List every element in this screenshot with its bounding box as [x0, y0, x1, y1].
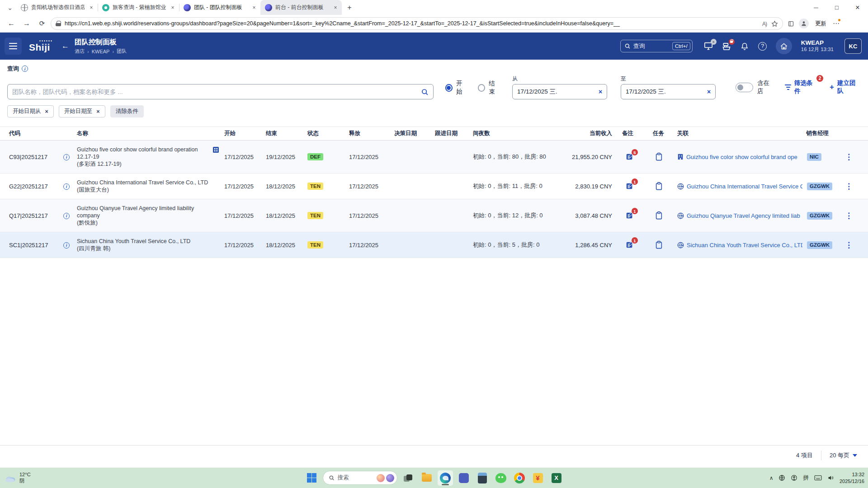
to-date-input[interactable]: 17/12/2025 三. [621, 84, 716, 99]
table-row[interactable]: Q17|20251217 Guizhou Qianyue Travel Agen… [0, 199, 868, 232]
excel-icon[interactable] [549, 470, 564, 486]
browser-tab-active[interactable]: 团队 - 团队控制面板 [179, 0, 260, 15]
group-code[interactable]: G22|20251217 [7, 178, 61, 195]
breadcrumb-property[interactable]: KWEAP [92, 49, 110, 54]
ime-pinyin-indicator[interactable]: 拼 [803, 474, 809, 482]
tray-chevron-up-icon[interactable] [769, 475, 774, 481]
chip-start-date-from[interactable]: 开始日期从 [7, 105, 54, 117]
browser-tab-4[interactable]: 前台 - 前台控制面板 [260, 0, 342, 15]
browser-update-button[interactable]: 更新 [813, 19, 828, 29]
col-name[interactable]: 名称 [76, 130, 220, 137]
col-start[interactable]: 开始 [220, 130, 261, 137]
col-sales-manager[interactable]: 销售经理 [802, 130, 839, 137]
col-decision-date[interactable]: 决策日期 [390, 130, 430, 137]
tab-close-icon[interactable] [88, 4, 95, 11]
back-arrow-icon[interactable] [61, 42, 69, 51]
browser-tab-2[interactable]: 旅客查询 - 紫楠旅馆业治安信息管 [98, 0, 179, 15]
file-explorer-icon[interactable] [419, 470, 434, 486]
to-date-clear-icon[interactable] [707, 88, 711, 95]
linked-profile-link[interactable]: Sichuan China Youth Travel Service Co., … [687, 242, 802, 249]
help-icon[interactable] [758, 41, 768, 51]
start-button[interactable] [304, 470, 320, 486]
notifications-bell-icon[interactable] [740, 41, 750, 51]
col-end[interactable]: 结束 [261, 130, 303, 137]
read-aloud-icon[interactable] [762, 19, 767, 28]
calculator-icon[interactable] [475, 470, 490, 486]
create-group-button[interactable]: 建立团队 [830, 79, 861, 95]
edge-icon[interactable] [438, 470, 453, 486]
tab-close-icon[interactable] [169, 4, 176, 11]
taskbar-clock[interactable]: 13:32 2025/12/16 [840, 471, 864, 484]
block-icon[interactable] [213, 147, 219, 153]
tab-close-icon[interactable] [332, 4, 339, 11]
row-menu-icon[interactable] [845, 182, 853, 191]
finance-icon[interactable] [530, 470, 546, 486]
group-code[interactable]: SC1|20251217 [7, 236, 61, 254]
group-code[interactable]: Q17|20251217 [7, 207, 61, 225]
browser-tab-1[interactable]: 贵阳机场智选假日酒店系统网址与 [16, 0, 98, 15]
page-size-select[interactable]: 20 每页 [830, 451, 857, 460]
col-release[interactable]: 释放 [344, 130, 390, 137]
property-block[interactable]: KWEAP 16 12月 13:31 [801, 39, 834, 53]
breadcrumb-hotel[interactable]: 酒店 [75, 48, 85, 55]
col-room-nights[interactable]: 间夜数 [471, 130, 563, 137]
close-window-icon[interactable] [847, 0, 868, 15]
chrome-icon[interactable] [512, 470, 527, 486]
tab-search-icon[interactable] [4, 2, 16, 13]
col-linked[interactable]: 关联 [673, 130, 802, 137]
new-tab-icon[interactable] [344, 2, 355, 14]
tab-close-icon[interactable] [250, 4, 258, 11]
filter-conditions-button[interactable]: 筛选条件 2 [785, 79, 818, 95]
clear-filters-chip[interactable]: 清除条件 [110, 105, 144, 117]
tasks-clipboard-icon[interactable] [656, 211, 662, 220]
secure-lock-icon[interactable] [56, 21, 61, 26]
group-code[interactable]: C93|20251217 [7, 148, 61, 166]
row-menu-icon[interactable] [845, 211, 853, 221]
menu-hamburger-icon[interactable] [5, 38, 22, 55]
notes-icon[interactable]: 5 [626, 153, 634, 161]
global-search-input[interactable]: 查询 Ctrl+/ [620, 40, 693, 52]
taskbar-search[interactable]: 搜索 [323, 471, 397, 485]
tasks-clipboard-icon[interactable] [656, 153, 662, 161]
home-icon[interactable] [776, 38, 792, 54]
radio-end[interactable]: 结束 [478, 80, 500, 96]
user-avatar[interactable]: KC [844, 38, 862, 54]
info-icon[interactable] [63, 242, 70, 249]
col-status[interactable]: 状态 [303, 130, 344, 137]
reload-icon[interactable] [35, 17, 49, 30]
info-icon[interactable] [63, 213, 70, 219]
linked-profile-link[interactable]: Guizhou Qianyue Travel Agency limited li… [687, 212, 800, 219]
notes-icon[interactable]: 1 [626, 182, 634, 190]
notes-icon[interactable]: 1 [626, 241, 634, 249]
tasks-clipboard-icon[interactable] [656, 182, 662, 190]
keyboard-icon[interactable] [814, 475, 822, 481]
from-date-clear-icon[interactable] [599, 88, 602, 95]
linked-profile-link[interactable]: Guizhou five color show colorful brand o… [686, 154, 797, 160]
info-icon[interactable] [63, 154, 70, 160]
breadcrumb-section[interactable]: 团队 [117, 48, 127, 55]
tasks-clipboard-icon[interactable] [656, 241, 662, 249]
network-icon[interactable] [778, 474, 785, 481]
chip-start-date-to[interactable]: 开始日期至 [59, 105, 105, 117]
include-inhouse-toggle[interactable] [736, 83, 753, 92]
chip-remove-icon[interactable] [45, 108, 48, 115]
browser-menu-icon[interactable] [833, 19, 840, 28]
chip-remove-icon[interactable] [96, 108, 99, 115]
accessibility-icon[interactable] [791, 474, 797, 481]
teams-icon[interactable] [456, 470, 472, 486]
table-row[interactable]: SC1|20251217 Sichuan China Youth Travel … [0, 232, 868, 258]
col-followup-date[interactable]: 跟进日期 [430, 130, 471, 137]
notes-icon[interactable]: 1 [626, 211, 634, 220]
address-bar[interactable]: https://cn1.web.ep.shiji.world/reservati… [51, 17, 783, 30]
task-view-icon[interactable] [401, 470, 416, 486]
info-icon[interactable] [63, 183, 70, 190]
terminal-status-icon[interactable] [703, 41, 713, 51]
col-code[interactable]: 代码 [7, 130, 76, 137]
volume-icon[interactable] [827, 474, 834, 481]
row-menu-icon[interactable] [845, 240, 853, 250]
table-row[interactable]: C93|20251217 Guizhou five color show col… [0, 141, 868, 174]
query-search-icon[interactable] [421, 88, 429, 96]
from-date-input[interactable]: 17/12/2025 三. [512, 84, 607, 99]
col-current-revenue[interactable]: 当前收入 [563, 130, 615, 137]
forward-icon[interactable] [20, 17, 33, 30]
